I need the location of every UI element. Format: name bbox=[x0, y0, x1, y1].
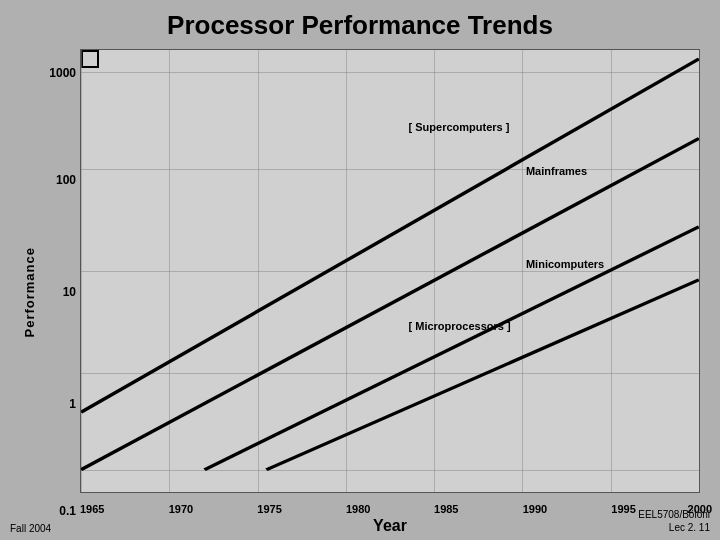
chart-svg bbox=[81, 50, 699, 492]
x-axis-year-label: Year bbox=[80, 517, 700, 535]
footer-right: EEL5708/Bölöni Lec 2. 11 bbox=[638, 508, 710, 534]
x-tick-1975: 1975 bbox=[257, 503, 281, 515]
page-container: Processor Performance Trends Performance… bbox=[0, 0, 720, 540]
footer-right-line2: Lec 2. 11 bbox=[669, 522, 710, 533]
x-tick-1995: 1995 bbox=[611, 503, 635, 515]
footer-right-line1: EEL5708/Bölöni bbox=[638, 509, 710, 520]
x-tick-1990: 1990 bbox=[523, 503, 547, 515]
x-tick-1980: 1980 bbox=[346, 503, 370, 515]
minicomputers-label: Minicomputers bbox=[526, 258, 604, 270]
page-title: Processor Performance Trends bbox=[167, 10, 553, 41]
svg-line-1 bbox=[81, 139, 699, 470]
svg-line-0 bbox=[81, 59, 699, 412]
svg-line-2 bbox=[205, 227, 699, 470]
microprocessors-label: [ Microprocessors ] bbox=[409, 320, 511, 332]
chart-area-wrapper: [ Supercomputers ] Mainframes Minicomput… bbox=[80, 49, 700, 535]
chart-wrapper: Performance 10001001010.1 bbox=[20, 49, 700, 535]
mainframes-label: Mainframes bbox=[526, 165, 587, 177]
x-axis-labels: 1965 1970 1975 1980 1985 1990 1995 2000 bbox=[80, 493, 700, 515]
supercomputers-label: [ Supercomputers ] bbox=[409, 121, 510, 133]
x-tick-1970: 1970 bbox=[169, 503, 193, 515]
y-axis-label: Performance bbox=[20, 247, 38, 337]
footer-left: Fall 2004 bbox=[10, 523, 51, 534]
x-tick-1965: 1965 bbox=[80, 503, 104, 515]
chart-area: [ Supercomputers ] Mainframes Minicomput… bbox=[80, 49, 700, 493]
x-tick-1985: 1985 bbox=[434, 503, 458, 515]
svg-line-3 bbox=[266, 280, 699, 470]
